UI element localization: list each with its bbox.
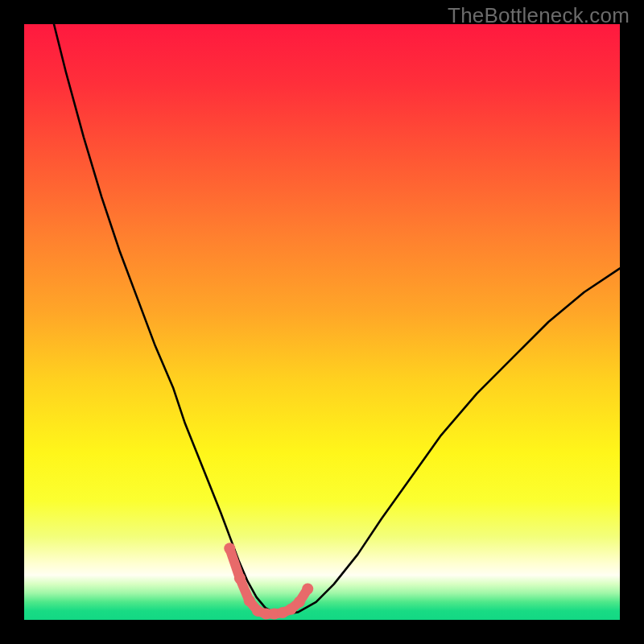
bottom-marker-dot	[294, 597, 305, 608]
bottom-marker-dot	[234, 572, 246, 584]
bottleneck-curve	[54, 24, 620, 614]
bottom-marker-dot	[244, 595, 255, 606]
plot-area	[24, 24, 620, 620]
watermark-text: TheBottleneck.com	[448, 3, 630, 28]
bottom-marker-dot	[224, 543, 235, 554]
outer-frame: TheBottleneck.com	[0, 0, 644, 644]
bottom-marker-dot	[302, 584, 313, 595]
curve-layer	[24, 24, 620, 620]
